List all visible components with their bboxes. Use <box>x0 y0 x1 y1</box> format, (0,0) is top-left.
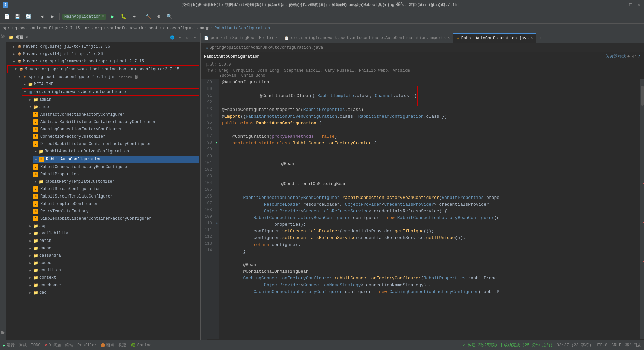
tree-node-DirectRabbit[interactable]: C DirectRabbitListenerContainerFactoryCo… <box>6 140 200 148</box>
reader-mode-button[interactable]: 阅读器模式 ⊕ 44 ∧ <box>606 54 641 59</box>
tab-close-pom[interactable]: × <box>275 36 277 40</box>
settings-icon[interactable]: ⚙ <box>184 35 190 41</box>
tree-node-aop[interactable]: ▶ 📁 aop <box>6 222 200 230</box>
code-103b: configurer = <box>350 215 387 221</box>
bookmarks-label[interactable]: 书签 <box>0 38 6 44</box>
tree-node-org[interactable]: ▼ ▦ org.springframework.boot.autoconfigu… <box>22 88 199 96</box>
debug-button[interactable]: 🐛 <box>119 12 128 21</box>
event-log-status[interactable]: 事件日志 <box>625 342 641 348</box>
breadcrumb-boot[interactable]: boot <box>149 26 158 31</box>
tree-node-jar1[interactable]: ▼ 🗜 spring-boot-autoconfigure-2.7.15.jar… <box>6 73 200 81</box>
test-status[interactable]: 测试 <box>19 342 27 348</box>
build-project-button[interactable]: 🔨 <box>143 12 153 21</box>
notifications-label[interactable]: 通知 <box>0 335 6 340</box>
code-text-area[interactable]: @AutoConfiguration @ConditionalOnClass({… <box>219 79 640 339</box>
close-button[interactable]: ✕ <box>636 2 641 8</box>
tree-node-RabbitAutoConfiguration[interactable]: ▶ C RabbitAutoConfiguration <box>33 156 199 163</box>
tree-node-maven2[interactable]: ▶ 📦 Maven: org.slf4j:slf4j-api:1.7.36 <box>6 50 200 58</box>
run-button[interactable]: ▶ <box>108 12 117 21</box>
tree-node-condition[interactable]: ▶ 📁 condition <box>6 267 200 274</box>
editor-scrollbar[interactable] <box>640 79 644 339</box>
breadcrumb-org[interactable]: org <box>95 26 102 31</box>
tree-node-admin[interactable]: ▶ 📁 admin <box>6 96 200 103</box>
build-status[interactable]: 构建 <box>118 342 126 348</box>
scope-icon[interactable]: 🌐 <box>169 35 175 41</box>
tree-node-ConnectionFactory[interactable]: I ConnectionFactoryCustomizer <box>6 133 200 140</box>
java-icon-10: C <box>33 194 38 199</box>
close-panel-icon[interactable]: − <box>192 35 198 41</box>
tree-node-maven3[interactable]: ▶ 📦 Maven: org.springframework.boot:spri… <box>6 58 200 65</box>
scrollbar-thumb[interactable] <box>641 86 644 106</box>
tree-node-RabbitStream[interactable]: C RabbitStreamConfiguration <box>6 185 200 193</box>
maximize-button[interactable]: □ <box>628 2 633 8</box>
problems-status[interactable]: ⊘ 0 问题 <box>45 342 61 348</box>
breadcrumb-amqp[interactable]: amqp <box>200 26 209 31</box>
back-button[interactable]: ◀ <box>37 12 47 21</box>
profiler-status[interactable]: Profiler <box>77 343 97 348</box>
coverage-button[interactable]: ☂ <box>129 12 139 21</box>
run-config-dropdown-icon[interactable]: ▼ <box>102 15 104 18</box>
tree-arrow-context: ▶ <box>28 275 33 280</box>
tree-node-batch[interactable]: ▶ 📁 batch <box>6 237 200 245</box>
tree-node-CachingConnection[interactable]: C CachingConnectionFactoryConfigurer <box>6 126 200 133</box>
todo-status[interactable]: TODO <box>31 343 41 348</box>
tree-node-RabbitProperties[interactable]: C RabbitProperties <box>6 171 200 178</box>
tree-node-RabbitTemplate[interactable]: C RabbitTemplateConfigurer <box>6 200 200 208</box>
tree-node-maven4[interactable]: ▼ 📦 Maven: org.springframework.boot:spri… <box>7 65 199 73</box>
terminal-status[interactable]: 终端 <box>65 342 73 348</box>
tree-node-RabbitConnectionFactory[interactable]: C RabbitConnectionFactoryBeanConfigurer <box>6 163 200 171</box>
secondary-tab-spring[interactable]: ☕ SpringApplicationAdminJmxAutoConfigura… <box>203 43 326 52</box>
save-button[interactable]: 💾 <box>13 12 22 21</box>
tree-node-AbstractConnectionFactory[interactable]: C AbstractConnectionFactoryConfigurer <box>6 111 200 118</box>
left-side-panel: 结构 书签 通知 <box>0 33 6 340</box>
tab-icon-pom: 📄 <box>204 36 209 40</box>
tree-node-cache[interactable]: ▶ 📁 cache <box>6 245 200 252</box>
tree-node-maven1[interactable]: ▶ 📦 Maven: org.slf4j:jul-to-slf4j:1.7.36 <box>6 43 200 50</box>
run-status[interactable]: ▶ 运行 <box>3 342 15 348</box>
tree-node-meta[interactable]: ▶ 📁 META-INF <box>6 81 200 88</box>
panel-dropdown-icon[interactable]: ▼ <box>26 36 28 39</box>
forward-button[interactable]: ▶ <box>48 12 57 21</box>
collapse-icon[interactable]: ≡ <box>177 35 183 41</box>
tree-node-RabbitStreamTemplate[interactable]: C RabbitStreamTemplateConfigurer <box>6 193 200 200</box>
code-line-100: RabbitConnectionFactoryBeanConfigurer ra… <box>222 194 637 201</box>
encoding-status[interactable]: UTF-8 <box>595 343 607 348</box>
tree-arrow-condition: ▶ <box>28 268 33 273</box>
position-status: 93:37 (23 字符) <box>557 342 591 348</box>
breadcrumb-class[interactable]: RabbitAutoConfiguration <box>214 26 270 31</box>
tree-node-AbstractRabbitListener[interactable]: C AbstractRabbitListenerContainerFactory… <box>6 118 200 126</box>
tree-node-SimpleRabbit[interactable]: C SimpleRabbitListenerContainerFactoryCo… <box>6 215 200 222</box>
breadcrumb-autoconfigure[interactable]: autoconfigure <box>163 26 195 31</box>
tree-node-availability[interactable]: ▶ 📁 availability <box>6 230 200 237</box>
tree-node-RetryTemplate[interactable]: C RetryTemplateFactory <box>6 208 200 215</box>
tab-imports[interactable]: 📋 org.springframework.boot.autoconfigure… <box>281 33 453 43</box>
tree-node-RabbitRetry[interactable]: ▶ 📁 RabbitRetryTemplateCustomizer <box>6 178 200 185</box>
spring-status[interactable]: 🌿 Spring <box>130 343 151 348</box>
tree-node-couchbase[interactable]: ▶ 📁 couchbase <box>6 281 200 289</box>
line-num-95: 95 <box>201 120 214 125</box>
breadcrumb-springframework[interactable]: springframework <box>107 26 143 31</box>
tab-pom[interactable]: 📄 pom.xml (SpringBoot-Hello) × <box>201 33 281 43</box>
tree-label-RetryTemplate: RetryTemplateFactory <box>40 209 89 214</box>
settings-button[interactable]: ⚙ <box>154 12 163 21</box>
new-file-button[interactable]: 📄 <box>2 12 11 21</box>
tab-rabbit[interactable]: ☕ RabbitAutoConfiguration.java × <box>453 33 536 43</box>
minimize-button[interactable]: — <box>620 2 625 8</box>
breadcrumb-jar[interactable]: spring-boot-autoconfigure-2.7.15.jar <box>3 26 90 31</box>
search-button[interactable]: 🔍 <box>165 12 174 21</box>
breakpoints-status[interactable]: ⬤ 断点 <box>101 342 114 348</box>
line-sep-status[interactable]: CRLF <box>611 343 621 348</box>
tab-close-rabbit[interactable]: × <box>531 36 533 40</box>
tree-node-dao[interactable]: ▶ 📁 dao <box>6 289 200 296</box>
sync-button[interactable]: 🔄 <box>23 12 33 21</box>
tree-node-RabbitAnnotation[interactable]: ▶ 📁 RabbitAnnotationDrivenConfiguration <box>6 148 200 155</box>
code-line-96: protected static class RabbitConnectionF… <box>222 140 637 147</box>
tree-node-context[interactable]: ▶ 📁 context <box>6 274 200 281</box>
tree-node-codec[interactable]: ▶ 📁 codec <box>6 259 200 267</box>
structure-label[interactable]: 结构 <box>0 33 6 38</box>
tree-node-amqp[interactable]: ▼ 📂 amqp <box>6 103 200 111</box>
tree-node-cassandra[interactable]: ▶ 📁 cassandra <box>6 252 200 259</box>
tree-arrow-amqp: ▼ <box>28 104 33 110</box>
tab-close-imports[interactable]: × <box>448 36 450 40</box>
tab-m[interactable]: m <box>536 33 546 43</box>
